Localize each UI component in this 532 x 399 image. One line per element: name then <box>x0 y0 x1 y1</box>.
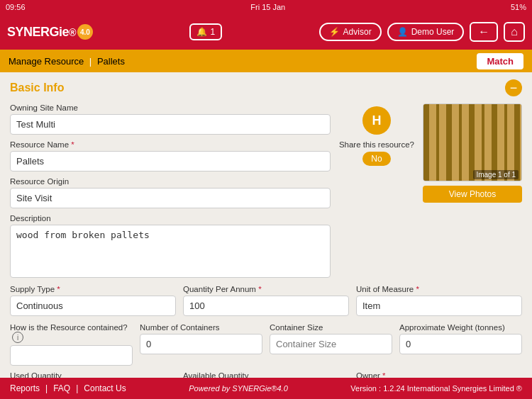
bell-count: 1 <box>210 27 215 37</box>
qty-owner-row: Used Quantity Available Quantity Owner * <box>10 371 522 378</box>
resource-origin-label: Resource Origin <box>10 177 331 186</box>
resource-name-group: Resource Name * <box>10 140 331 172</box>
supply-type-input[interactable] <box>10 296 176 316</box>
breadcrumb-separator: | <box>89 56 92 67</box>
resource-name-required: * <box>71 140 74 149</box>
num-containers-label: Number of Containers <box>140 323 262 332</box>
footer: Reports | FAQ | Contact Us Powered by SY… <box>0 378 532 399</box>
contained-input[interactable] <box>10 345 133 366</box>
share-label: Share this resource? <box>339 140 414 149</box>
header-actions: ⚡ Advisor 👤 Demo User ← ⌂ <box>319 22 525 42</box>
collapse-button[interactable]: − <box>505 79 522 96</box>
info-icon[interactable]: i <box>12 332 23 343</box>
owner-group: Owner * <box>356 371 522 378</box>
photo-label: Image 1 of 1 <box>473 170 519 179</box>
user-icon: 👤 <box>397 27 408 37</box>
status-day: Fri 15 Jan <box>250 3 285 11</box>
photo-container: Image 1 of 1 <box>423 103 522 181</box>
resource-origin-input[interactable] <box>10 188 331 208</box>
section-header: Basic Info − <box>10 79 522 96</box>
match-button[interactable]: Match <box>477 53 523 69</box>
supply-row: Supply Type * Quantity Per Annum * Unit … <box>10 285 522 316</box>
container-size-label: Container Size <box>270 323 392 332</box>
owner-label: Owner * <box>356 371 522 378</box>
share-section: Share this resource? No <box>339 140 414 166</box>
footer-links: Reports | FAQ | Contact Us <box>10 383 126 393</box>
breadcrumb: Manage Resource | Pallets <box>9 56 125 67</box>
quantity-label: Quantity Per Annum * <box>183 285 349 293</box>
unit-label: Unit of Measure * <box>356 285 522 293</box>
approx-weight-label: Approximate Weight (tonnes) <box>399 323 522 332</box>
available-qty-label: Available Quantity <box>183 371 349 378</box>
right-panel: Image 1 of 1 View Photos <box>423 103 522 203</box>
resource-name-label: Resource Name * <box>10 140 331 149</box>
footer-sep-2: | <box>76 383 78 393</box>
footer-version: Version : 1.2.24 International Synergies… <box>350 384 522 393</box>
resource-origin-group: Resource Origin <box>10 177 331 208</box>
breadcrumb-bar: Manage Resource | Pallets Match <box>0 50 532 72</box>
description-group: Description wood from broken pallets <box>10 214 331 278</box>
bell-icon: 🔔 <box>196 27 207 37</box>
container-size-group: Container Size <box>270 323 392 366</box>
unit-required: * <box>416 285 419 293</box>
contained-group: How is the Resource contained? i <box>10 323 133 366</box>
notification-bell-button[interactable]: 🔔 1 <box>189 23 222 40</box>
resource-name-input[interactable] <box>10 151 331 172</box>
user-button[interactable]: 👤 Demo User <box>387 23 465 41</box>
supply-type-label: Supply Type * <box>10 285 176 293</box>
advisor-button[interactable]: ⚡ Advisor <box>319 23 382 41</box>
section-title: Basic Info <box>10 82 64 94</box>
num-containers-input[interactable] <box>140 334 262 354</box>
logo-name: SYNERGie <box>7 25 69 39</box>
owning-site-input[interactable] <box>10 114 331 135</box>
unit-group: Unit of Measure * <box>356 285 522 316</box>
logo-version-badge: 4.0 <box>77 24 93 40</box>
logo: SYNERGie® 4.0 <box>7 24 93 40</box>
lightning-icon: ⚡ <box>329 27 340 37</box>
pallet-image <box>423 104 521 181</box>
owning-site-group: Owning Site Name <box>10 103 331 135</box>
footer-contact-link[interactable]: Contact Us <box>84 383 126 393</box>
middle-section: H Share this resource? No <box>339 103 414 166</box>
description-label: Description <box>10 214 331 223</box>
used-qty-label: Used Quantity <box>10 371 176 378</box>
quantity-input[interactable] <box>183 296 349 316</box>
footer-powered-by: Powered by SYNERGie®4.0 <box>189 384 288 393</box>
breadcrumb-page: Pallets <box>97 56 125 67</box>
used-qty-group: Used Quantity <box>10 371 176 378</box>
content-area: Basic Info − Owning Site Name Resource N… <box>0 72 532 378</box>
owner-required: * <box>382 371 385 378</box>
user-avatar: H <box>362 106 391 135</box>
owning-site-label: Owning Site Name <box>10 103 331 112</box>
quantity-required: * <box>258 285 261 293</box>
quantity-group: Quantity Per Annum * <box>183 285 349 316</box>
footer-sep-1: | <box>45 383 48 393</box>
footer-reports-link[interactable]: Reports <box>10 383 40 393</box>
header: SYNERGie® 4.0 🔔 1 ⚡ Advisor 👤 Demo User … <box>0 14 532 50</box>
supply-type-required: * <box>57 285 60 293</box>
view-photos-button[interactable]: View Photos <box>423 186 522 203</box>
status-bar: 09:56 Fri 15 Jan 51% <box>0 0 532 14</box>
num-containers-group: Number of Containers <box>140 323 262 366</box>
home-button[interactable]: ⌂ <box>504 22 525 42</box>
description-textarea[interactable]: wood from broken pallets <box>10 225 331 278</box>
logo-text: SYNERGie® <box>7 25 76 40</box>
advisor-label: Advisor <box>343 27 372 37</box>
user-label: Demo User <box>411 27 455 37</box>
form-main-row: Owning Site Name Resource Name * Resourc… <box>10 103 522 278</box>
approx-weight-group: Approximate Weight (tonnes) <box>399 323 522 366</box>
breadcrumb-manage: Manage Resource <box>9 56 84 67</box>
container-row: How is the Resource contained? i Number … <box>10 323 522 366</box>
supply-type-group: Supply Type * <box>10 285 176 316</box>
approx-weight-input[interactable] <box>399 334 522 354</box>
status-time: 09:56 <box>6 3 26 11</box>
back-button[interactable]: ← <box>470 22 498 42</box>
available-qty-group: Available Quantity <box>183 371 349 378</box>
contained-label: How is the Resource contained? i <box>10 323 133 343</box>
container-size-input[interactable] <box>270 334 392 354</box>
share-toggle-button[interactable]: No <box>362 152 390 166</box>
status-battery: 51% <box>511 3 526 11</box>
unit-input[interactable] <box>356 296 522 316</box>
footer-faq-link[interactable]: FAQ <box>53 383 70 393</box>
form-left: Owning Site Name Resource Name * Resourc… <box>10 103 331 278</box>
